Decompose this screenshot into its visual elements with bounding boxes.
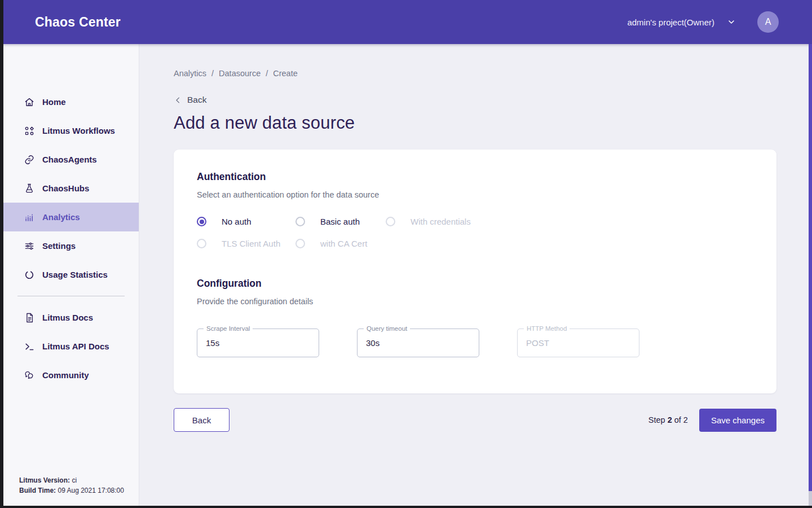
sidebar: Home Litmus Workflows ChaosAgents ChaosH… bbox=[3, 44, 139, 506]
breadcrumb-separator: / bbox=[211, 69, 214, 78]
radio-disabled-icon bbox=[197, 239, 206, 248]
page-title: Add a new data source bbox=[174, 113, 812, 133]
sidebar-item-label: Litmus Workflows bbox=[42, 126, 115, 135]
chat-bubbles-icon bbox=[23, 369, 35, 381]
main-content: Analytics / Datasource / Create Back Add… bbox=[139, 44, 812, 506]
radio-disabled-icon bbox=[295, 239, 305, 248]
sidebar-item-label: Settings bbox=[42, 241, 76, 251]
radio-label: TLS Client Auth bbox=[222, 239, 280, 248]
radio-label: No auth bbox=[222, 217, 251, 226]
configuration-fields: Scrape Interval Query timeout HTTP Metho… bbox=[197, 329, 753, 357]
radio-label: with CA Cert bbox=[320, 239, 367, 248]
bottom-right-group: Step 2 of 2 Save changes bbox=[648, 409, 776, 432]
scrape-interval-field: Scrape Interval bbox=[197, 329, 319, 357]
sidebar-item-label: Community bbox=[42, 370, 89, 380]
sidebar-item-label: Litmus API Docs bbox=[42, 341, 109, 351]
auth-options-row-2: TLS Client Auth with CA Cert bbox=[197, 239, 753, 248]
sidebar-item-label: ChaosAgents bbox=[42, 155, 97, 164]
configuration-section: Configuration Provide the configuration … bbox=[197, 278, 753, 357]
sidebar-item-usage-statistics[interactable]: Usage Statistics bbox=[3, 260, 139, 289]
breadcrumb-separator: / bbox=[266, 69, 268, 78]
window-edge-bottom bbox=[0, 506, 812, 508]
app-title: Chaos Center bbox=[35, 15, 121, 30]
header-right: admin's project(Owner) A bbox=[627, 11, 779, 33]
workflows-icon bbox=[23, 125, 35, 137]
save-changes-button[interactable]: Save changes bbox=[699, 409, 776, 432]
auth-options-row-1: No auth Basic auth With credentials bbox=[197, 217, 753, 226]
authentication-section-title: Authentication bbox=[197, 171, 753, 183]
radio-option-with-credentials: With credentials bbox=[386, 217, 471, 226]
sidebar-item-label: ChaosHubs bbox=[42, 183, 89, 193]
sidebar-item-settings[interactable]: Settings bbox=[3, 231, 139, 260]
radio-disabled-icon bbox=[386, 217, 395, 226]
step-prefix: Step bbox=[648, 415, 665, 424]
datasource-form-card: Authentication Select an authentication … bbox=[174, 150, 776, 393]
litmus-version-label: Litmus Version: bbox=[19, 476, 70, 484]
back-button[interactable]: Back bbox=[174, 408, 230, 432]
sidebar-item-community[interactable]: Community bbox=[3, 361, 139, 389]
sliders-icon bbox=[23, 240, 35, 252]
radio-option-basic-auth[interactable]: Basic auth bbox=[295, 217, 386, 226]
scrollbar-track[interactable] bbox=[809, 44, 812, 506]
bottom-action-bar: Back Step 2 of 2 Save changes bbox=[174, 408, 776, 432]
build-info: Litmus Version: ci Build Time: 09 Aug 20… bbox=[19, 475, 124, 496]
link-icon bbox=[23, 154, 35, 165]
loader-circle-icon bbox=[23, 269, 35, 281]
sidebar-item-chaosagents[interactable]: ChaosAgents bbox=[3, 145, 139, 174]
radio-selected-icon[interactable] bbox=[197, 217, 206, 226]
sidebar-item-label: Usage Statistics bbox=[42, 270, 108, 279]
http-method-label: HTTP Method bbox=[524, 325, 570, 332]
home-icon bbox=[23, 96, 35, 108]
radio-label: With credentials bbox=[411, 217, 471, 226]
litmus-version-value: ci bbox=[72, 476, 77, 484]
back-link[interactable]: Back bbox=[174, 95, 812, 105]
radio-unselected-icon[interactable] bbox=[295, 217, 305, 226]
bar-chart-icon bbox=[23, 211, 35, 223]
authentication-section-subtitle: Select an authentication option for the … bbox=[197, 190, 753, 199]
terminal-icon bbox=[23, 340, 35, 352]
window-edge-left bbox=[0, 0, 3, 508]
sidebar-divider bbox=[17, 296, 125, 296]
radio-label: Basic auth bbox=[320, 217, 360, 226]
http-method-input bbox=[518, 329, 639, 357]
project-selector-label[interactable]: admin's project(Owner) bbox=[627, 17, 714, 27]
breadcrumb-create: Create bbox=[273, 69, 298, 78]
sidebar-item-litmus-api-docs[interactable]: Litmus API Docs bbox=[3, 332, 139, 361]
sidebar-item-analytics[interactable]: Analytics bbox=[3, 203, 139, 231]
query-timeout-input[interactable] bbox=[358, 329, 479, 357]
flask-icon bbox=[23, 182, 35, 194]
app-window: Chaos Center admin's project(Owner) A Ho… bbox=[0, 0, 812, 508]
chevron-down-icon[interactable] bbox=[727, 17, 736, 27]
sidebar-item-label: Home bbox=[42, 97, 66, 107]
breadcrumb: Analytics / Datasource / Create bbox=[174, 69, 812, 78]
sidebar-item-label: Analytics bbox=[42, 212, 80, 222]
configuration-section-subtitle: Provide the configuration details bbox=[197, 297, 753, 306]
query-timeout-label: Query timeout bbox=[364, 325, 410, 332]
document-icon bbox=[23, 312, 35, 323]
radio-option-tls-client-auth: TLS Client Auth bbox=[197, 239, 295, 248]
breadcrumb-analytics[interactable]: Analytics bbox=[174, 69, 206, 78]
scrollbar-thumb[interactable] bbox=[809, 44, 812, 491]
build-time-value: 09 Aug 2021 17:08:00 bbox=[58, 487, 123, 494]
step-current: 2 bbox=[668, 415, 672, 424]
back-link-label: Back bbox=[187, 95, 206, 105]
sidebar-item-home[interactable]: Home bbox=[3, 87, 139, 116]
radio-option-no-auth[interactable]: No auth bbox=[197, 217, 295, 226]
top-header: Chaos Center admin's project(Owner) A bbox=[0, 0, 812, 44]
sidebar-item-label: Litmus Docs bbox=[42, 313, 93, 322]
step-suffix: of 2 bbox=[674, 415, 688, 424]
breadcrumb-datasource[interactable]: Datasource bbox=[219, 69, 261, 78]
litmus-version-line: Litmus Version: ci bbox=[19, 475, 124, 485]
sidebar-item-chaoshubs[interactable]: ChaosHubs bbox=[3, 174, 139, 203]
avatar[interactable]: A bbox=[757, 11, 779, 33]
radio-option-with-ca-cert: with CA Cert bbox=[295, 239, 367, 248]
sidebar-item-litmus-workflows[interactable]: Litmus Workflows bbox=[3, 116, 139, 145]
configuration-section-title: Configuration bbox=[197, 278, 753, 290]
chevron-left-icon bbox=[174, 96, 182, 104]
step-indicator: Step 2 of 2 bbox=[648, 415, 688, 424]
build-time-line: Build Time: 09 Aug 2021 17:08:00 bbox=[19, 485, 124, 496]
scrape-interval-input[interactable] bbox=[197, 329, 319, 357]
sidebar-item-litmus-docs[interactable]: Litmus Docs bbox=[3, 303, 139, 332]
http-method-field: HTTP Method bbox=[517, 329, 639, 357]
build-time-label: Build Time: bbox=[19, 487, 56, 494]
